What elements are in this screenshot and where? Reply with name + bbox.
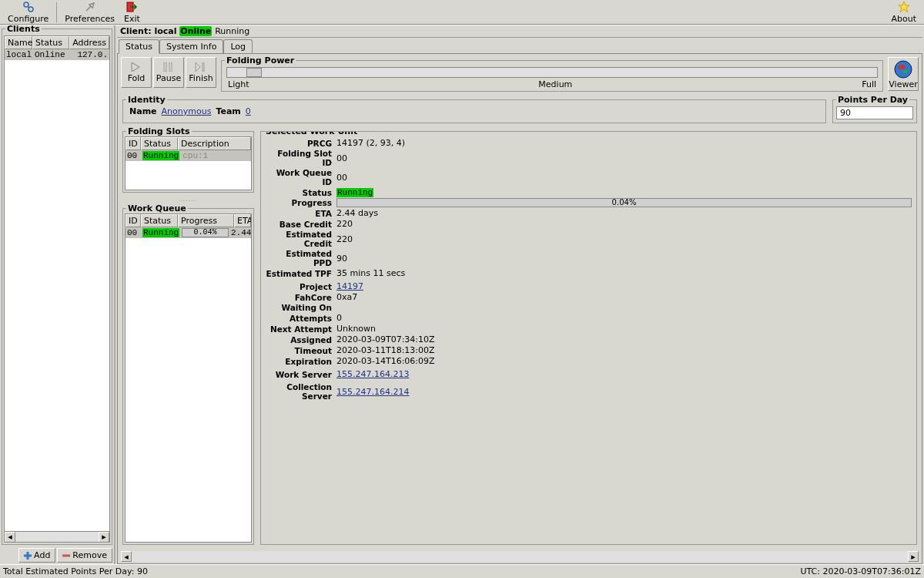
wu-progress-label: Progress: [266, 198, 332, 207]
plus-icon: [24, 552, 32, 560]
slots-col-desc[interactable]: Description: [178, 137, 251, 150]
client-status-cell: Online: [35, 50, 77, 59]
tab-log[interactable]: Log: [223, 39, 253, 53]
statusbar-left: Total Estimated Points Per Day: 90: [3, 566, 148, 576]
add-client-button[interactable]: Add: [18, 548, 55, 563]
exit-icon: [126, 1, 138, 13]
wu-collserver-link[interactable]: 155.247.164.214: [336, 387, 409, 397]
wu-collserver-label: Collection Server: [266, 380, 332, 401]
wu-slotid-value: 00: [336, 153, 912, 163]
slots-col-id[interactable]: ID: [126, 137, 141, 150]
identity-title: Identity: [126, 95, 167, 105]
queue-table[interactable]: ID Status Progress ETA 00 Running: [125, 213, 252, 543]
wu-expiration-label: Expiration: [266, 357, 332, 366]
pause-button[interactable]: Pause: [153, 57, 184, 88]
content-scrollbar[interactable]: ◂ ▸: [121, 551, 919, 562]
client-row[interactable]: local Online 127.0.: [5, 49, 109, 60]
wrench-icon: [84, 1, 96, 13]
col-name[interactable]: Name: [5, 36, 32, 49]
statusbar-right: UTC: 2020-03-09T07:36:01Z: [800, 566, 921, 576]
scroll-left-icon[interactable]: ◂: [5, 532, 15, 543]
slot-row[interactable]: 00 Running cpu:1: [126, 150, 251, 161]
left-panels: Folding Slots ID Status Description 00 R…: [121, 128, 256, 546]
identity-group: Identity Name Anonymous Team 0: [122, 99, 826, 123]
clients-scrollbar[interactable]: ◂ ▸: [5, 531, 109, 542]
queue-progress-cell: 0.04%: [182, 228, 229, 237]
wu-project-link[interactable]: 14197: [336, 281, 363, 291]
bottom-scrollbar-row: ◂ ▸: [118, 549, 922, 563]
wu-progress-value: 0.04%: [336, 198, 912, 207]
wu-esttpf-label: Estimated TPF: [266, 269, 332, 278]
finish-button[interactable]: Finish: [186, 57, 216, 88]
scroll-left-icon[interactable]: ◂: [121, 551, 132, 562]
power-slider[interactable]: [226, 67, 878, 78]
scroll-track[interactable]: [132, 551, 908, 562]
tab-status[interactable]: Status: [119, 39, 159, 54]
svg-rect-6: [203, 62, 204, 72]
wu-estppd-label: Estimated PPD: [266, 249, 332, 267]
slots-table[interactable]: ID Status Description 00 Running cpu:1: [125, 136, 252, 190]
wu-attempts-value: 0: [336, 313, 912, 323]
identity-name-link[interactable]: Anonymous: [162, 106, 212, 116]
folding-power-group: Folding Power Light Medium Full: [221, 60, 883, 92]
ppd-group: Points Per Day 90: [832, 99, 917, 123]
configure-button[interactable]: Configure: [3, 0, 53, 25]
fold-button[interactable]: Fold: [121, 57, 152, 88]
power-labels: Light Medium Full: [223, 79, 881, 89]
about-button[interactable]: About: [886, 0, 921, 25]
main-toolbar: Configure Preferences Exit About: [0, 0, 924, 25]
exit-button[interactable]: Exit: [119, 0, 145, 25]
wu-prcg-label: PRCG: [266, 139, 332, 148]
tabs: Status System Info Log: [117, 38, 922, 53]
wu-nextattempt-label: Next Attempt: [266, 324, 332, 334]
queue-col-eta[interactable]: ETA: [234, 214, 251, 227]
queue-row[interactable]: 00 Running 0.04% 2.44: [126, 227, 251, 238]
wu-status-value: Running: [336, 187, 912, 197]
wu-basecredit-label: Base Credit: [266, 220, 332, 229]
wu-basecredit-value: 220: [336, 219, 912, 229]
ppd-value: 90: [836, 106, 913, 119]
exit-label: Exit: [124, 14, 140, 24]
folding-slots-group: Folding Slots ID Status Description 00 R…: [122, 131, 254, 193]
viewer-button[interactable]: Viewer: [888, 57, 919, 91]
wu-timeout-value: 2020-03-11T18:13:00Z: [336, 345, 912, 355]
queue-col-status[interactable]: Status: [141, 214, 178, 227]
scroll-track[interactable]: [15, 532, 99, 543]
client-header-state: Running: [215, 26, 249, 36]
globe-icon: [893, 59, 913, 79]
panel-divider[interactable]: [121, 197, 256, 202]
queue-title: Work Queue: [126, 203, 188, 213]
content-area: Client: local Online Running Status Syst…: [116, 25, 924, 564]
col-address[interactable]: Address: [69, 36, 109, 49]
wu-workserver-label: Work Server: [266, 368, 332, 379]
slots-col-status[interactable]: Status: [141, 137, 178, 150]
clients-table[interactable]: Name Status Address local Online 127.0. …: [4, 35, 110, 543]
wu-workserver-link[interactable]: 155.247.164.213: [336, 369, 409, 379]
identity-team-link[interactable]: 0: [246, 106, 251, 116]
identity-team-label: Team: [216, 106, 240, 116]
tab-system-info[interactable]: System Info: [159, 39, 223, 53]
fold-label: Fold: [128, 73, 146, 83]
client-address-cell: 127.0.: [77, 50, 108, 59]
pause-icon: [162, 62, 175, 72]
scroll-right-icon[interactable]: ▸: [99, 532, 109, 543]
wu-estcredit-value: 220: [336, 234, 912, 244]
svg-point-9: [898, 65, 906, 69]
workunit-title: Selected Work Unit: [264, 131, 359, 136]
svg-rect-4: [164, 62, 166, 72]
scroll-right-icon[interactable]: ▸: [908, 551, 919, 562]
toolbar-separator: [56, 2, 57, 22]
viewer-label: Viewer: [889, 79, 917, 89]
col-status[interactable]: Status: [32, 36, 69, 49]
client-header: Client: local Online Running: [117, 25, 922, 38]
remove-client-button[interactable]: Remove: [57, 548, 112, 563]
slot-status: Running: [142, 151, 179, 160]
slider-thumb[interactable]: [246, 68, 262, 77]
power-full-label: Full: [862, 79, 876, 89]
tab-content: Fold Pause Finish Folding Power: [117, 53, 922, 564]
queue-col-progress[interactable]: Progress: [178, 214, 234, 227]
wu-prcg-value: 14197 (2, 93, 4): [336, 138, 912, 148]
client-header-status: Online: [179, 26, 212, 36]
preferences-button[interactable]: Preferences: [60, 0, 119, 25]
queue-col-id[interactable]: ID: [126, 214, 141, 227]
